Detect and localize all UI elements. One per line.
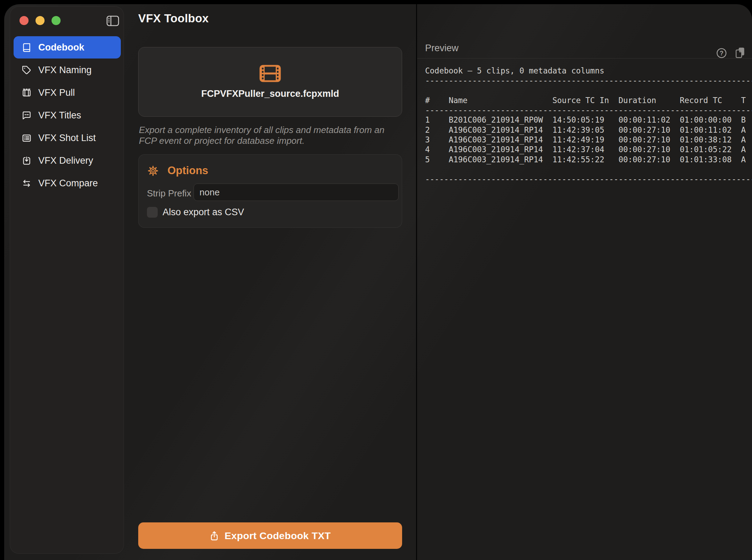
compare-arrows-icon — [22, 179, 31, 188]
help-button[interactable]: ? — [715, 47, 728, 59]
share-icon — [210, 531, 219, 541]
sidebar-item-vfx-shot-list[interactable]: VFX Shot List — [14, 127, 121, 149]
strip-prefix-input[interactable] — [194, 184, 399, 201]
sidebar-item-codebook[interactable]: Codebook — [14, 36, 121, 59]
left-pane: Codebook VFX Naming — [4, 4, 416, 560]
gear-icon — [148, 165, 158, 176]
minimize-button[interactable] — [36, 16, 45, 25]
tag-icon — [22, 65, 31, 75]
export-button-label: Export Codebook TXT — [225, 530, 331, 542]
tool-description: Export a complete inventory of all clips… — [139, 125, 402, 146]
sidebar-item-vfx-compare[interactable]: VFX Compare — [14, 172, 121, 194]
import-box-icon — [22, 156, 31, 165]
filmstrip-icon — [22, 88, 31, 98]
sidebar-item-vfx-naming[interactable]: VFX Naming — [14, 59, 121, 81]
options-title: Options — [167, 164, 208, 177]
zoom-button[interactable] — [52, 16, 61, 25]
svg-text:?: ? — [720, 49, 723, 56]
sidebar-item-vfx-delivery[interactable]: VFX Delivery — [14, 149, 121, 172]
sidebar-item-label: VFX Shot List — [38, 133, 96, 143]
page-title: VFX Toolbox — [138, 12, 209, 25]
film-icon — [259, 65, 281, 82]
sidebar-item-vfx-pull[interactable]: VFX Pull — [14, 81, 121, 104]
preview-output: Codebook — 5 clips, 0 metadata columns -… — [425, 66, 752, 184]
preview-pane: Preview ? Codebook — 5 clips, 0 metadata… — [417, 4, 752, 560]
selected-file-name: FCPVFXPuller_source.fcpxmld — [201, 88, 339, 99]
file-dropzone[interactable]: FCPVFXPuller_source.fcpxmld — [138, 47, 402, 117]
csv-checkbox-label: Also export as CSV — [163, 207, 244, 218]
sidebar-item-label: VFX Pull — [38, 87, 75, 98]
sidebar-toggle-button[interactable] — [106, 15, 119, 26]
preview-actions: ? — [715, 47, 746, 59]
sidebar-nav: Codebook VFX Naming — [14, 36, 121, 195]
copy-preview-button[interactable] — [734, 47, 746, 59]
sidebar: Codebook VFX Naming — [10, 6, 124, 554]
sidebar-item-label: VFX Naming — [38, 65, 92, 76]
speech-bubble-icon — [22, 111, 31, 120]
help-icon: ? — [716, 47, 727, 59]
copy-icon — [734, 47, 746, 59]
close-button[interactable] — [19, 16, 29, 25]
sidebar-item-label: Codebook — [38, 42, 84, 53]
sidebar-item-label: VFX Compare — [38, 178, 98, 189]
book-icon — [22, 43, 31, 52]
preview-divider — [417, 58, 752, 59]
sidebar-item-label: VFX Delivery — [38, 155, 93, 166]
strip-prefix-label: Strip Prefix — [147, 188, 191, 199]
traffic-lights — [19, 16, 61, 25]
options-header: Options — [148, 164, 208, 177]
export-codebook-button[interactable]: Export Codebook TXT — [138, 522, 402, 549]
app-window: Codebook VFX Naming — [4, 4, 752, 560]
preview-title: Preview — [425, 43, 459, 54]
sidebar-item-label: VFX Titles — [38, 110, 81, 121]
csv-option-row: Also export as CSV — [147, 207, 244, 218]
sidebar-item-vfx-titles[interactable]: VFX Titles — [14, 104, 121, 126]
csv-checkbox[interactable] — [147, 207, 158, 218]
list-icon — [22, 133, 31, 143]
sidebar-toggle-icon — [107, 16, 119, 26]
options-card: Options Strip Prefix Also export as CSV — [138, 154, 402, 228]
